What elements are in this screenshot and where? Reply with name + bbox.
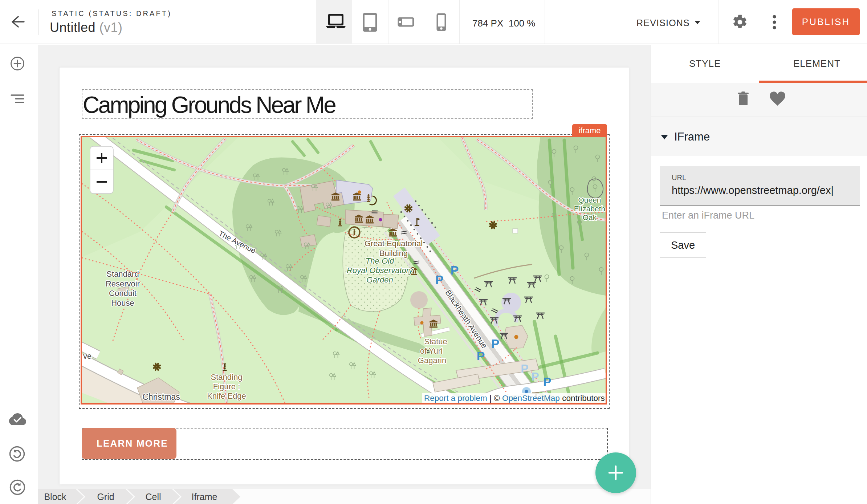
svg-text:P: P (451, 263, 459, 277)
svg-text:P: P (531, 370, 539, 383)
svg-text:Oak: Oak (583, 213, 597, 221)
svg-text:Elizabeth: Elizabeth (574, 204, 605, 213)
svg-text:Royal Observatory: Royal Observatory (347, 266, 414, 275)
svg-text:P: P (491, 337, 500, 350)
svg-text:P: P (543, 375, 551, 389)
svg-text:ve: ve (83, 351, 91, 361)
svg-text:Block: Block (44, 492, 66, 502)
svg-text:Iframe: Iframe (192, 492, 217, 502)
svg-text:Reservoir: Reservoir (106, 279, 140, 288)
svg-text:Grid: Grid (97, 492, 114, 502)
svg-text:Knife Edge: Knife Edge (207, 391, 246, 401)
svg-text:P: P (477, 349, 485, 363)
svg-text:Standard: Standard (106, 269, 139, 279)
svg-text:Figure :: Figure : (213, 382, 240, 391)
svg-text:Garden: Garden (366, 275, 393, 284)
svg-text:The Old: The Old (366, 256, 394, 265)
svg-text:Cell: Cell (145, 492, 161, 502)
svg-text:Statue: Statue (424, 337, 447, 346)
svg-text:Standing: Standing (211, 373, 243, 382)
svg-text:P: P (521, 362, 528, 375)
svg-text:Great Equatorial: Great Equatorial (365, 239, 423, 248)
svg-text:Queen: Queen (578, 196, 601, 204)
svg-text:Conduit: Conduit (109, 289, 137, 298)
svg-text:P: P (435, 273, 444, 286)
svg-text:House: House (111, 298, 134, 308)
svg-text:Christmas: Christmas (142, 392, 180, 402)
svg-text:Gagarin: Gagarin (418, 356, 446, 365)
svg-text:Report a problem | © OpenStree: Report a problem | © OpenStreetMap contr… (424, 394, 605, 403)
svg-text:of Yuri: of Yuri (420, 346, 443, 355)
